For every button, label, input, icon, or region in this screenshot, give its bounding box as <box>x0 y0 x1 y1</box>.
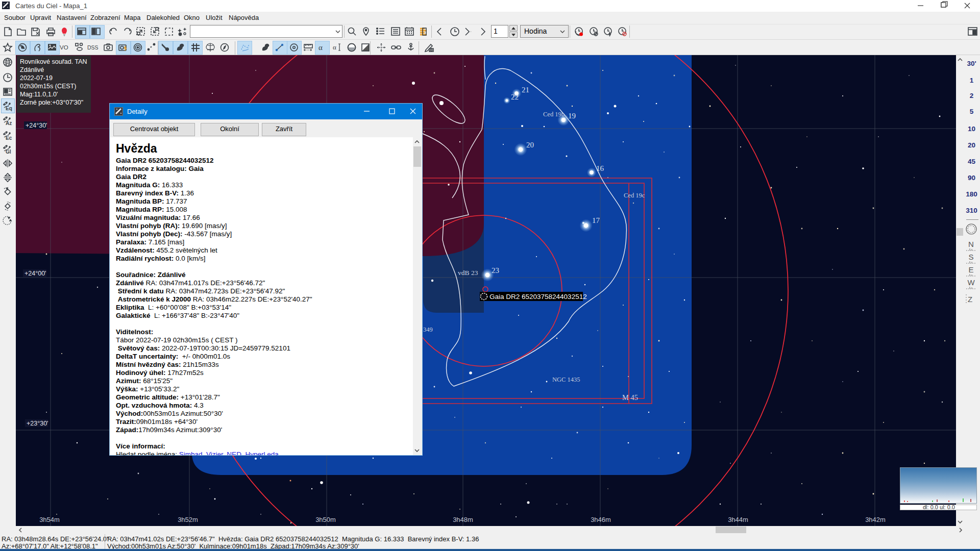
svg-text:21: 21 <box>522 86 529 94</box>
svg-text:+24°00': +24°00' <box>24 270 46 277</box>
svg-text:22: 22 <box>511 93 519 101</box>
svg-text:3h46m: 3h46m <box>591 516 611 523</box>
svg-text:+23°30': +23°30' <box>27 420 48 427</box>
svg-text:20: 20 <box>526 141 534 149</box>
svg-text:DSS: DSS <box>87 44 99 51</box>
svg-text:23: 23 <box>492 266 499 274</box>
svg-text:α: α <box>318 43 323 52</box>
svg-text:3h44m: 3h44m <box>728 516 748 523</box>
svg-text:3h54m: 3h54m <box>39 516 60 523</box>
svg-text:Ec: Ec <box>6 135 12 141</box>
svg-text:+24°30': +24°30' <box>26 122 47 129</box>
svg-text:Zorné pole:+03°07'30": Zorné pole:+03°07'30" <box>20 99 83 106</box>
svg-text:3h52m: 3h52m <box>178 516 198 523</box>
svg-text:Az: Az <box>6 120 12 126</box>
svg-text:3h50m: 3h50m <box>315 516 336 523</box>
svg-text:NGC 1435: NGC 1435 <box>552 376 580 383</box>
svg-text:Eq: Eq <box>6 106 12 111</box>
svg-text:02h30m15s (CEST): 02h30m15s (CEST) <box>20 83 76 90</box>
svg-text:Mag:11.0,1.0': Mag:11.0,1.0' <box>20 91 58 98</box>
svg-text:Ced 19c: Ced 19c <box>624 192 645 199</box>
svg-text:vdB 23: vdB 23 <box>458 269 478 277</box>
svg-text:3h48m: 3h48m <box>453 516 473 523</box>
svg-text:VO: VO <box>60 44 68 51</box>
svg-text:Rovníkové souřad. TAN: Rovníkové souřad. TAN <box>20 58 87 65</box>
svg-text:Gaia DR2 65203758244032512: Gaia DR2 65203758244032512 <box>489 293 587 300</box>
svg-text:Zdánlivé: Zdánlivé <box>20 66 44 73</box>
svg-text:Gl: Gl <box>6 149 11 155</box>
svg-text:17: 17 <box>592 216 600 224</box>
svg-text:2022-07-19: 2022-07-19 <box>20 74 53 82</box>
svg-text:16: 16 <box>596 164 604 172</box>
svg-text:19: 19 <box>568 112 576 120</box>
svg-text:3h42m: 3h42m <box>865 516 886 523</box>
svg-text:α: α <box>333 43 336 51</box>
svg-text:Ced 19b: Ced 19b <box>543 111 565 118</box>
svg-text:M 45: M 45 <box>622 393 638 402</box>
svg-text:349: 349 <box>423 326 433 333</box>
